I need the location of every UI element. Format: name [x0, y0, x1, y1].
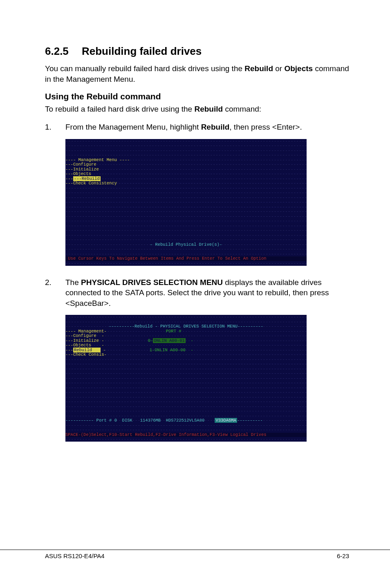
menu-item-check-2: ---Check Consis-: [65, 352, 307, 357]
step-text: The PHYSICAL DRIVES SELECTION MENU displ…: [65, 277, 349, 309]
section-number: 6.2.5: [45, 45, 82, 58]
section-title-text: Rebuilding failed drives: [82, 45, 202, 57]
menu-item-configure: ---Configure: [65, 162, 307, 167]
status-bar: Use Cursor Keys To Navigate Between Item…: [65, 256, 307, 261]
step-text: From the Management Menu, highlight Rebu…: [65, 122, 349, 132]
bios-screenshot-2: ----------------------------------------…: [65, 315, 307, 442]
tip-line: - Rebuild Physical Drive(s)-: [65, 242, 307, 247]
menu-item-initialize: ---Initialize: [65, 167, 307, 172]
section-heading: 6.2.5Rebuilding failed drives: [45, 45, 349, 58]
step-2: 2. The PHYSICAL DRIVES SELECTION MENU di…: [45, 277, 349, 309]
step-number: 2.: [45, 277, 65, 309]
drive-detail-line: ----------- Port # 0 DISK 114376MB HDS72…: [65, 418, 307, 423]
bios-screenshot-1: ----------------------------------------…: [65, 139, 307, 266]
step-1: 1. From the Management Menu, highlight R…: [45, 122, 349, 132]
menu-item-objects: ---Objects: [65, 172, 307, 177]
subsection-heading: Using the Rebuild command: [45, 92, 349, 101]
intro-paragraph: You can manually rebuild failed hard dis…: [45, 63, 349, 84]
page-footer: ASUS RS120-E4/PA4 6-23: [0, 550, 390, 559]
menu-header: ---- Management Menu ----: [65, 158, 307, 163]
step-number: 1.: [45, 122, 65, 132]
footer-left: ASUS RS120-E4/PA4: [45, 552, 105, 559]
status-bar-2: SPACE-(De)Select,F10-Start Rebuild,F2-Dr…: [65, 433, 307, 438]
subsection-intro: To rebuild a failed hard disk drive usin…: [45, 104, 349, 114]
menu-item-check: ---Check Consistency: [65, 181, 307, 186]
footer-right: 6-23: [337, 552, 349, 559]
